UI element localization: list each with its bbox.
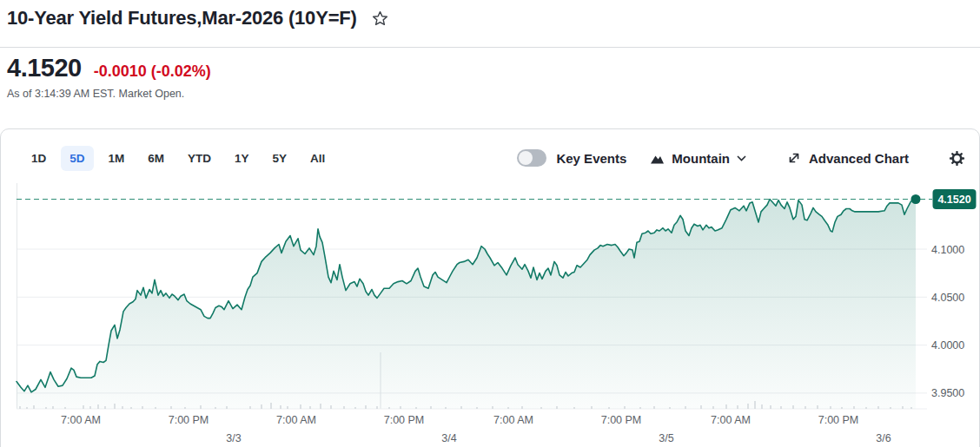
last-price: 4.1520 bbox=[7, 54, 82, 82]
range-tab-ytd[interactable]: YTD bbox=[179, 146, 220, 171]
header-divider bbox=[0, 47, 980, 48]
toggle-knob bbox=[519, 151, 533, 165]
x-axis-time-label: 7:00 PM bbox=[601, 414, 642, 426]
page-title: 10-Year Yield Futures,Mar-2026 (10Y=F) bbox=[7, 6, 357, 30]
x-axis-time-label: 7:00 AM bbox=[61, 414, 101, 426]
x-axis-time-label: 7:00 AM bbox=[493, 414, 533, 426]
chart-settings-gear-icon[interactable] bbox=[949, 150, 965, 167]
y-axis-label: 3.9500 bbox=[931, 387, 964, 399]
header: 10-Year Yield Futures,Mar-2026 (10Y=F) bbox=[7, 6, 389, 30]
x-axis-date-label: 3/4 bbox=[441, 432, 456, 444]
x-axis-time-label: 7:00 PM bbox=[169, 414, 209, 426]
chart-svg: 4.10004.05004.00003.95004.15207:00 AM7:0… bbox=[1, 174, 980, 447]
x-axis-time-label: 7:00 AM bbox=[276, 414, 316, 426]
area-fill bbox=[17, 200, 916, 410]
chart-card: 1D5D1M6MYTD1Y5YAll Key Events Mountain bbox=[0, 128, 980, 447]
mountain-icon bbox=[650, 152, 665, 165]
advanced-chart-label: Advanced Chart bbox=[809, 151, 909, 166]
x-axis-date-label: 3/3 bbox=[226, 432, 241, 444]
current-price-badge-label: 4.1520 bbox=[937, 194, 970, 206]
price-chart[interactable]: 4.10004.05004.00003.95004.15207:00 AM7:0… bbox=[1, 174, 980, 447]
watchlist-star-icon[interactable] bbox=[371, 10, 389, 28]
chart-type-dropdown[interactable]: Mountain bbox=[650, 151, 746, 166]
range-tab-1y[interactable]: 1Y bbox=[226, 146, 258, 171]
range-tab-1d[interactable]: 1D bbox=[23, 146, 55, 171]
y-axis-label: 4.0000 bbox=[931, 339, 964, 352]
y-axis-label: 4.0500 bbox=[931, 292, 964, 304]
key-events-label: Key Events bbox=[556, 151, 626, 166]
range-tab-6m[interactable]: 6M bbox=[139, 146, 173, 171]
range-tabs: 1D5D1M6MYTD1Y5YAll bbox=[23, 146, 334, 171]
x-axis-time-label: 7:00 PM bbox=[818, 414, 859, 426]
range-tab-1m[interactable]: 1M bbox=[100, 146, 134, 171]
range-tab-all[interactable]: All bbox=[301, 146, 334, 171]
as-of-text: As of 3:14:39 AM EST. Market Open. bbox=[7, 88, 184, 100]
range-tab-5d[interactable]: 5D bbox=[61, 146, 93, 171]
price-change: -0.0010 (-0.02%) bbox=[94, 62, 211, 81]
x-axis-date-label: 3/5 bbox=[659, 432, 673, 444]
chart-toolbar: 1D5D1M6MYTD1Y5YAll Key Events Mountain bbox=[1, 144, 979, 172]
chart-tools: Key Events Mountain bbox=[517, 149, 965, 167]
expand-diagonal-icon bbox=[787, 151, 801, 165]
chart-type-label: Mountain bbox=[672, 151, 730, 166]
x-axis-date-label: 3/6 bbox=[876, 432, 891, 444]
key-events-toggle[interactable] bbox=[517, 149, 546, 167]
key-events-group: Key Events bbox=[517, 149, 626, 167]
advanced-chart-button[interactable]: Advanced Chart bbox=[787, 151, 909, 166]
y-axis-label: 4.1000 bbox=[931, 244, 964, 256]
x-axis-time-label: 7:00 AM bbox=[711, 414, 751, 426]
x-axis-time-label: 7:00 PM bbox=[384, 414, 425, 426]
chevron-down-icon bbox=[737, 155, 746, 161]
price-block: 4.1520 -0.0010 (-0.02%) bbox=[7, 54, 211, 82]
range-tab-5y[interactable]: 5Y bbox=[264, 146, 296, 171]
quote-page: 10-Year Yield Futures,Mar-2026 (10Y=F) 4… bbox=[0, 0, 980, 447]
current-price-dot bbox=[911, 194, 921, 204]
